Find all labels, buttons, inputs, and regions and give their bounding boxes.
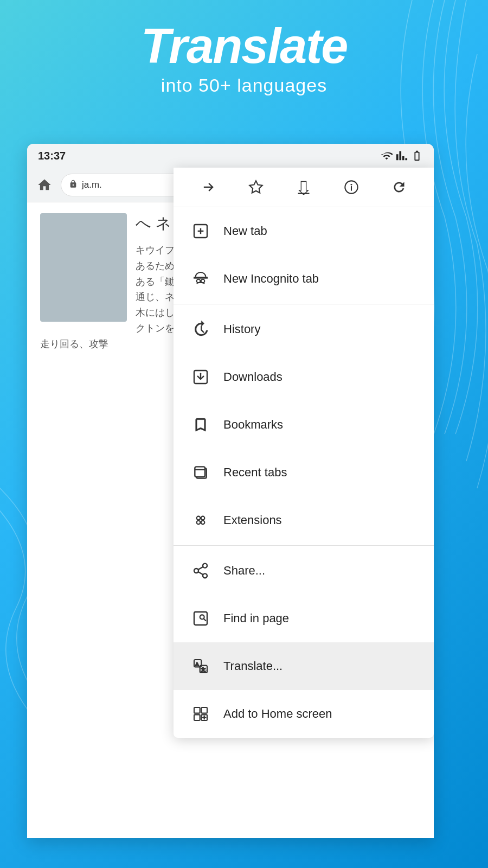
- extensions-item[interactable]: Extensions: [174, 496, 434, 544]
- svg-line-24: [198, 572, 203, 575]
- home-button[interactable]: [34, 174, 55, 196]
- home-icon: [37, 177, 52, 193]
- svg-text:文: 文: [201, 667, 206, 672]
- svg-point-23: [203, 573, 207, 578]
- new-tab-icon: [189, 219, 213, 243]
- svg-marker-0: [249, 181, 262, 193]
- refresh-icon: [391, 180, 407, 195]
- recent-tabs-icon: [189, 461, 213, 484]
- divider-2: [174, 545, 434, 546]
- svg-text:A: A: [196, 662, 199, 667]
- recent-tabs-label: Recent tabs: [223, 465, 287, 480]
- downloads-item[interactable]: Downloads: [174, 353, 434, 401]
- address-text: ja.m.: [82, 180, 102, 190]
- wifi-icon: [381, 150, 393, 162]
- bookmarks-label: Bookmarks: [223, 418, 283, 432]
- lock-icon: [69, 180, 78, 190]
- info-button[interactable]: [339, 175, 363, 199]
- svg-rect-33: [194, 707, 200, 713]
- translate-icon: A 文: [189, 654, 213, 678]
- incognito-icon: [189, 267, 213, 291]
- new-incognito-tab-label: New Incognito tab: [223, 272, 319, 286]
- history-label: History: [223, 322, 260, 336]
- svg-point-21: [203, 564, 207, 568]
- bookmarks-item[interactable]: Bookmarks: [174, 401, 434, 449]
- add-to-home-item[interactable]: Add to Home screen: [174, 690, 434, 738]
- toolbar-download-icon: [296, 180, 311, 195]
- refresh-button[interactable]: [387, 175, 411, 199]
- info-icon: [344, 180, 359, 195]
- translate-item[interactable]: A 文 Translate...: [174, 642, 434, 690]
- new-incognito-tab-item[interactable]: New Incognito tab: [174, 255, 434, 303]
- toolbar-download-button[interactable]: [292, 175, 316, 199]
- header-title: Translate: [0, 22, 488, 71]
- find-in-page-label: Find in page: [223, 611, 289, 626]
- history-icon: [189, 317, 213, 341]
- add-to-home-label: Add to Home screen: [223, 707, 332, 721]
- downloads-icon: [189, 365, 213, 389]
- svg-line-25: [198, 567, 203, 570]
- translate-label: Translate...: [223, 659, 282, 673]
- forward-button[interactable]: [196, 175, 220, 199]
- history-item[interactable]: History: [174, 305, 434, 353]
- svg-point-17: [197, 516, 201, 520]
- add-home-icon: [189, 702, 213, 726]
- find-in-page-item[interactable]: Find in page: [174, 595, 434, 642]
- bookmark-button[interactable]: [244, 175, 268, 199]
- downloads-label: Downloads: [223, 370, 282, 384]
- svg-point-22: [194, 569, 198, 573]
- forward-icon: [201, 180, 216, 195]
- status-time: 13:37: [38, 150, 66, 162]
- dropdown-toolbar: [174, 168, 434, 207]
- svg-rect-35: [194, 714, 200, 720]
- divider-1: [174, 304, 434, 304]
- signal-icon: [396, 150, 408, 162]
- svg-rect-34: [201, 707, 207, 713]
- battery-icon: [411, 150, 423, 162]
- recent-tabs-item[interactable]: Recent tabs: [174, 449, 434, 496]
- header-subtitle: into 50+ languages: [0, 75, 488, 96]
- extensions-label: Extensions: [223, 513, 282, 527]
- share-icon: [189, 559, 213, 583]
- share-label: Share...: [223, 564, 265, 578]
- extensions-icon: [189, 508, 213, 532]
- svg-rect-15: [195, 467, 205, 477]
- header-area: Translate into 50+ languages: [0, 22, 488, 96]
- svg-line-28: [203, 618, 206, 621]
- browser-frame: 13:37 ja.m. へ ネコと キウイフルーツ あるため: [27, 144, 434, 838]
- content-image: [40, 213, 127, 322]
- status-bar: 13:37: [27, 144, 434, 168]
- bookmarks-icon: [189, 413, 213, 437]
- new-tab-label: New tab: [223, 224, 267, 238]
- star-icon: [248, 180, 264, 195]
- status-icons: [381, 150, 423, 162]
- find-icon: [189, 607, 213, 630]
- svg-point-18: [201, 516, 205, 520]
- share-item[interactable]: Share...: [174, 547, 434, 595]
- svg-point-20: [201, 521, 205, 525]
- svg-point-19: [197, 521, 201, 525]
- dropdown-menu: New tab New Incognito tab: [174, 168, 434, 738]
- new-tab-item[interactable]: New tab: [174, 207, 434, 255]
